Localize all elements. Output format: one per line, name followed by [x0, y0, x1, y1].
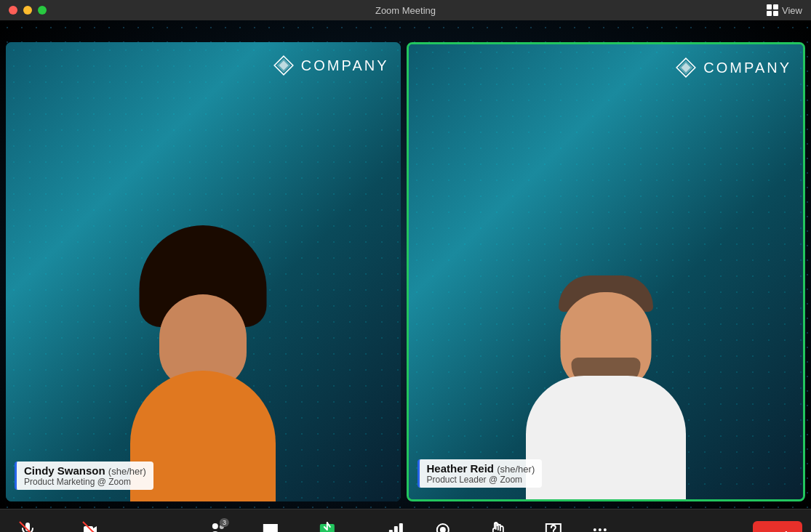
svg-point-24: [594, 528, 596, 531]
video-panels: Company Cindy Swanson (she/her) Product …: [6, 42, 805, 501]
company-logo-heather: Company: [674, 56, 791, 79]
share-screen-caret[interactable]: ▲: [359, 521, 372, 533]
svg-rect-13: [84, 526, 93, 532]
participant-name-cindy: Cindy Swanson (she/her): [24, 464, 146, 477]
toolbar-center: 3 Participants Chat: [189, 517, 621, 532]
video-icon: [82, 521, 100, 532]
share-screen-button[interactable]: Share Screen: [295, 517, 359, 532]
svg-point-22: [440, 527, 446, 532]
svg-rect-19: [394, 526, 398, 532]
company-icon: [272, 54, 295, 77]
qa-icon: [545, 521, 562, 532]
polls-icon: [388, 521, 405, 532]
raised-hand-icon: [490, 521, 507, 532]
window-controls[interactable]: [9, 6, 47, 15]
more-icon: [591, 521, 609, 532]
video-caret[interactable]: ▲: [118, 521, 131, 533]
video-panel-cindy: Company Cindy Swanson (she/her) Product …: [6, 42, 401, 501]
end-button[interactable]: End: [753, 521, 802, 533]
titlebar: Zoom Meeting View: [0, 0, 811, 20]
toolbar-right: End: [753, 521, 802, 533]
svg-rect-1: [773, 4, 778, 9]
company-name-heather: Company: [703, 60, 791, 76]
start-video-group[interactable]: Start Video ▲: [64, 517, 131, 532]
maximize-button[interactable]: [38, 6, 47, 15]
toolbar-left: Unmute ▲ Start Video ▲: [6, 517, 131, 532]
svg-rect-20: [399, 523, 403, 532]
svg-rect-10: [25, 523, 30, 531]
participants-icon: 3: [209, 521, 226, 532]
mic-icon: [19, 521, 36, 532]
participant-title-heather: Product Leader @ Zoom: [427, 475, 535, 485]
svg-point-26: [604, 528, 607, 531]
toolbar: Unmute ▲ Start Video ▲: [0, 509, 811, 532]
svg-rect-3: [773, 11, 778, 16]
start-video-button[interactable]: Start Video: [64, 517, 118, 532]
polls-button[interactable]: Polls: [375, 517, 418, 532]
video-panel-heather: Company Heather Reid (she/her) Product L…: [407, 42, 806, 501]
svg-point-25: [599, 528, 602, 531]
person-cindy: [6, 42, 401, 501]
video-area: Company Cindy Swanson (she/her) Product …: [0, 20, 811, 509]
close-button[interactable]: [9, 6, 17, 15]
unmute-group[interactable]: Unmute ▲: [6, 517, 63, 532]
unmute-button[interactable]: Unmute: [6, 517, 49, 532]
chat-icon: [262, 521, 279, 532]
company-name-cindy: Company: [301, 57, 389, 74]
participant-count-badge: 3: [220, 518, 229, 527]
share-screen-icon: [318, 521, 335, 532]
participant-name-heather: Heather Reid (she/her): [427, 462, 535, 475]
person-heather: [409, 44, 804, 499]
svg-rect-0: [767, 4, 772, 9]
record-button[interactable]: Record: [421, 517, 465, 532]
share-screen-group[interactable]: Share Screen ▲: [295, 517, 372, 532]
more-button[interactable]: More: [578, 517, 622, 532]
view-button[interactable]: View: [766, 4, 802, 17]
view-icon: [766, 4, 779, 17]
record-icon: [434, 521, 452, 532]
qa-button[interactable]: Q&A: [532, 517, 575, 532]
company-logo-cindy: Company: [272, 54, 389, 77]
meeting-title: Zoom Meeting: [375, 5, 436, 16]
participant-title-cindy: Product Marketing @ Zoom: [24, 477, 146, 487]
name-label-heather: Heather Reid (she/her) Product Leader @ …: [418, 459, 543, 488]
company-icon-2: [674, 56, 698, 79]
unmute-caret[interactable]: ▲: [49, 521, 63, 533]
svg-point-14: [212, 523, 218, 529]
name-label-cindy: Cindy Swanson (she/her) Product Marketin…: [15, 462, 153, 490]
participants-button[interactable]: 3 Participants: [189, 517, 245, 532]
minimize-button[interactable]: [23, 6, 32, 15]
view-label: View: [782, 5, 802, 16]
svg-rect-2: [767, 11, 772, 16]
raised-hand-button[interactable]: Raised Hand: [468, 517, 529, 532]
chat-button[interactable]: Chat: [249, 517, 292, 532]
